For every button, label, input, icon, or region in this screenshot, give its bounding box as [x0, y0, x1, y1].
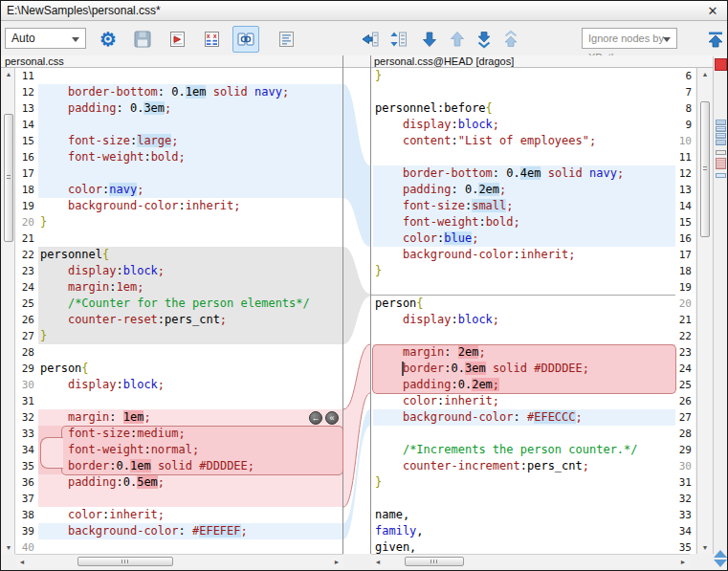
code-line[interactable]: [38, 491, 342, 507]
go-to-first-difference-button[interactable]: [702, 26, 728, 53]
left-scrollbar-thumb[interactable]: [4, 114, 13, 242]
code-line[interactable]: display:block;: [373, 117, 675, 133]
scroll-right-arrow[interactable]: ►: [330, 556, 343, 568]
code-line[interactable]: [38, 68, 342, 84]
code-line[interactable]: content:"List of employees";: [373, 133, 675, 149]
code-line[interactable]: font-size:large;: [38, 133, 342, 149]
scroll-up-arrow[interactable]: ▲: [698, 68, 712, 80]
code-line[interactable]: font-weight:normal;: [38, 442, 342, 458]
code-line[interactable]: margin:1em;: [38, 279, 342, 296]
code-line[interactable]: [373, 426, 675, 442]
synchro-scroll-corner[interactable]: [714, 550, 728, 569]
code-line[interactable]: given,: [373, 539, 675, 554]
code-line[interactable]: font-size:small;: [373, 198, 675, 214]
left-vertical-scrollbar[interactable]: ▲ ▼: [2, 68, 15, 554]
code-line[interactable]: font-weight:bold;: [38, 149, 342, 165]
code-line[interactable]: [38, 231, 342, 247]
scroll-right-arrow[interactable]: ►: [676, 556, 690, 568]
right-vertical-scrollbar[interactable]: ▲ ▼: [696, 68, 712, 554]
code-line[interactable]: }: [373, 474, 675, 491]
code-line[interactable]: personnel{: [38, 247, 342, 263]
copy-change-right-to-left-button[interactable]: [357, 26, 384, 53]
code-line[interactable]: }: [38, 214, 342, 231]
settings-button[interactable]: ⚙: [95, 26, 121, 53]
scroll-up-arrow[interactable]: ▲: [2, 68, 15, 80]
code-line[interactable]: color:blue;: [373, 231, 675, 247]
right-hscroll-thumb[interactable]: [405, 557, 464, 566]
code-line[interactable]: counter-increment:pers_cnt;: [373, 458, 675, 474]
left-horizontal-scrollbar[interactable]: ◄ ►: [15, 554, 343, 568]
code-line[interactable]: /*Increments the person counter.*/: [373, 442, 675, 458]
diff-marker[interactable]: [716, 126, 726, 132]
code-line[interactable]: border:0.1em solid #DDDDEE;: [38, 458, 342, 474]
code-line[interactable]: [373, 279, 675, 296]
diff-marker[interactable]: [716, 140, 726, 145]
diff-marker[interactable]: [716, 173, 726, 178]
code-line[interactable]: [373, 491, 675, 507]
code-line[interactable]: padding: 0.3em;: [38, 100, 342, 117]
left-hscroll-thumb[interactable]: [77, 557, 173, 566]
scroll-left-arrow[interactable]: ◄: [15, 556, 29, 568]
left-code-editor[interactable]: border-bottom: 0.1em solid navy; padding…: [38, 68, 342, 554]
code-line[interactable]: [38, 344, 342, 361]
code-line[interactable]: display:block;: [38, 263, 342, 279]
format-and-indent-button[interactable]: [273, 26, 299, 53]
code-line[interactable]: padding:0.5em;: [38, 474, 342, 491]
triangle-up-icon[interactable]: [714, 550, 727, 558]
code-line[interactable]: padding: 0.2em;: [373, 182, 675, 198]
code-line[interactable]: margin: 1em;: [38, 409, 342, 426]
code-line[interactable]: [38, 117, 342, 133]
code-line[interactable]: font-weight:bold;: [373, 214, 675, 231]
code-line[interactable]: person{: [373, 296, 675, 312]
code-line[interactable]: color:inherit;: [373, 393, 675, 409]
code-line[interactable]: [373, 84, 675, 100]
code-line[interactable]: background-color:inherit;: [38, 198, 342, 214]
code-line[interactable]: background-color:inherit;: [373, 247, 675, 263]
code-line[interactable]: }: [38, 328, 342, 344]
copy-all-changes-button[interactable]: [386, 26, 412, 53]
copy-change-left-button[interactable]: ←: [309, 411, 322, 425]
code-line[interactable]: name,: [373, 507, 675, 523]
copy-all-left-button[interactable]: «: [325, 411, 339, 425]
right-code-editor[interactable]: }personnel:before{ display:block; conten…: [371, 68, 675, 554]
code-line[interactable]: background-color: #EFEFEF;: [38, 523, 342, 539]
code-line[interactable]: color:inherit;: [38, 507, 342, 523]
code-line[interactable]: }: [373, 68, 675, 84]
diff-marker[interactable]: [716, 133, 726, 139]
scroll-down-arrow[interactable]: ▼: [698, 541, 712, 554]
perform-files-differencing-button[interactable]: [164, 26, 190, 53]
diff-marker[interactable]: [716, 120, 726, 125]
code-line[interactable]: personnel:before{: [373, 100, 675, 117]
code-line[interactable]: margin: 2em;: [373, 344, 675, 361]
last-difference-button[interactable]: [471, 26, 497, 53]
code-line[interactable]: family,: [373, 523, 675, 539]
previous-difference-button[interactable]: [444, 26, 471, 53]
scroll-left-arrow[interactable]: ◄: [371, 556, 385, 568]
triangle-down-icon[interactable]: [714, 560, 727, 567]
scroll-down-arrow[interactable]: ▼: [2, 541, 15, 554]
diff-marker[interactable]: [716, 158, 726, 169]
code-line[interactable]: display:block;: [38, 377, 342, 393]
save-button[interactable]: [129, 26, 156, 53]
code-line[interactable]: border:0.3em solid #DDDDEE;: [373, 361, 675, 377]
synchronized-scrolling-toggle[interactable]: [232, 26, 259, 53]
code-line[interactable]: [373, 328, 675, 344]
code-line[interactable]: border-bottom: 0.4em solid navy;: [373, 165, 675, 182]
ignore-formatting-button[interactable]: x x: [198, 26, 225, 53]
diff-marker[interactable]: [716, 150, 726, 155]
code-line[interactable]: display:block;: [373, 312, 675, 328]
right-horizontal-scrollbar[interactable]: ◄ ►: [371, 554, 690, 568]
code-line[interactable]: padding:0.2em;: [373, 377, 675, 393]
first-difference-button[interactable]: [497, 26, 524, 53]
ignore-nodes-xpath-select[interactable]: Ignore nodes by XPath: [582, 28, 677, 49]
code-line[interactable]: font-size:medium;: [38, 426, 342, 442]
diff-mode-select[interactable]: Auto: [5, 28, 86, 49]
close-icon[interactable]: ✕: [704, 1, 721, 21]
right-scrollbar-thumb[interactable]: [700, 101, 710, 237]
code-line[interactable]: background-color: #EFECCC;: [373, 409, 675, 426]
code-line[interactable]: color:navy;: [38, 182, 342, 198]
code-line[interactable]: person{: [38, 361, 342, 377]
code-line[interactable]: }: [373, 263, 675, 279]
code-line[interactable]: [38, 539, 342, 554]
code-line[interactable]: /*Counter for the person elements*/: [38, 296, 342, 312]
